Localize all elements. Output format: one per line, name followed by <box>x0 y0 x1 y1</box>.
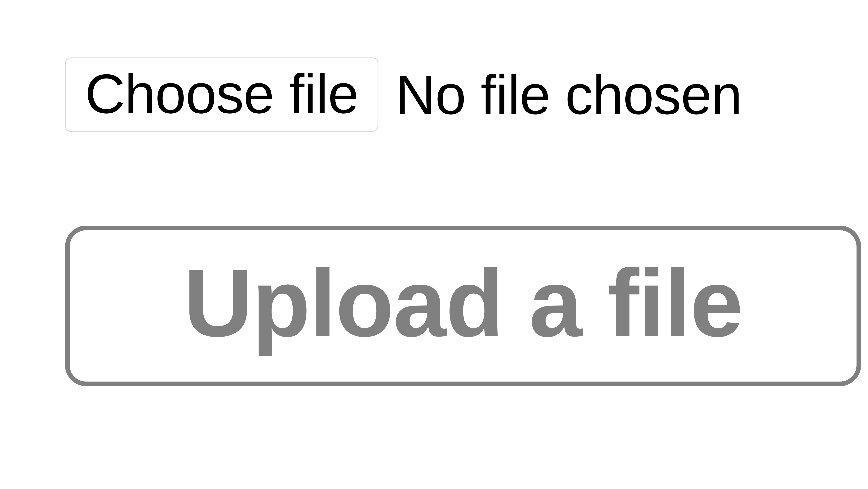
file-status-text: No file chosen <box>396 63 742 126</box>
choose-file-button[interactable]: Choose file <box>65 57 378 132</box>
file-input-row: Choose file No file chosen <box>65 57 868 132</box>
upload-form-container: Choose file No file chosen Upload a file <box>0 0 868 386</box>
upload-file-button[interactable]: Upload a file <box>65 226 861 386</box>
